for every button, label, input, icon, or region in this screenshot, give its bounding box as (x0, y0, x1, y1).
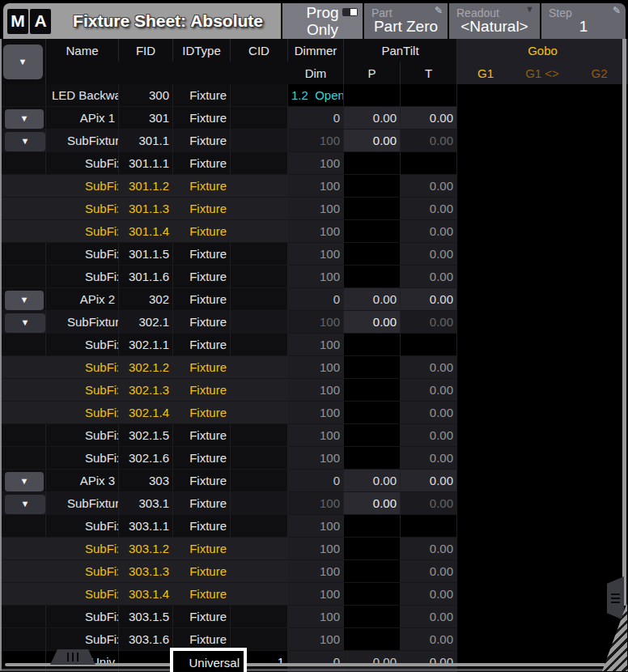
pan-cell[interactable] (344, 402, 401, 424)
idtype-cell[interactable]: Fixture (173, 424, 231, 447)
pan-cell[interactable] (344, 538, 401, 560)
horizontal-scrollbar-handle[interactable] (50, 649, 95, 665)
cid-cell[interactable] (231, 424, 288, 447)
table-row[interactable]: ▼SubFixture303.1Fixture1000.000.00 (0, 492, 628, 515)
table-row[interactable]: SubFixture302.1.6Fixture1000.00 (0, 447, 628, 470)
collapse-arrow-button[interactable]: ▼ (5, 313, 45, 333)
pan-cell[interactable] (344, 266, 401, 288)
column-header-fid[interactable]: FID (119, 39, 173, 62)
cid-cell[interactable] (231, 130, 288, 152)
cid-cell[interactable] (231, 538, 288, 560)
cid-cell[interactable] (231, 334, 288, 356)
table-row[interactable]: LED Backwall 1300Fixture1.2 Open (0, 84, 628, 107)
fid-cell[interactable]: 303.1.4 (119, 583, 173, 606)
dimmer-cell[interactable]: 100 (288, 424, 344, 447)
tilt-cell[interactable]: 0.00 (401, 266, 457, 288)
dimmer-cell[interactable]: 100 (288, 220, 344, 243)
cid-cell[interactable] (231, 492, 288, 515)
tilt-cell[interactable] (401, 84, 457, 107)
cid-cell[interactable] (231, 220, 288, 243)
fid-cell[interactable]: 301 (119, 107, 173, 130)
table-row[interactable]: SubFixture301.1.1Fixture100 (0, 152, 628, 175)
tilt-cell[interactable] (401, 515, 457, 538)
name-cell[interactable]: SubFixture (46, 538, 119, 560)
fid-cell[interactable]: 303.1.6 (119, 628, 173, 651)
idtype-cell[interactable]: Fixture (173, 84, 231, 107)
pan-cell[interactable] (344, 84, 401, 107)
name-cell[interactable]: SubFixture (46, 379, 119, 402)
tilt-cell[interactable]: 0.00 (401, 492, 457, 515)
name-cell[interactable]: APix 1 (46, 107, 119, 130)
column-header-gobo[interactable]: Gobo (457, 39, 628, 62)
dimmer-cell[interactable]: 0 (288, 288, 344, 311)
fid-cell[interactable]: 302.1.2 (119, 356, 173, 379)
tilt-cell[interactable]: 0.00 (401, 583, 457, 606)
table-row[interactable]: ▼APix 3303Fixture00.000.00 (0, 470, 628, 492)
tilt-cell[interactable]: 0.00 (401, 560, 457, 583)
table-row[interactable]: SubFixture301.1.2Fixture1000.00 (0, 175, 628, 198)
fid-cell[interactable]: 301.1.1 (119, 152, 173, 175)
pan-cell[interactable] (344, 628, 401, 651)
dimmer-cell[interactable]: 100 (288, 583, 344, 606)
pan-cell[interactable]: 0.00 (344, 492, 401, 515)
header-collapse-cell[interactable]: ▼ (0, 39, 46, 84)
pan-cell[interactable] (344, 424, 401, 447)
cid-cell[interactable] (231, 356, 288, 379)
cid-cell[interactable] (231, 606, 288, 628)
column-subheader-g2[interactable]: G2 (571, 62, 628, 84)
table-row[interactable]: SubFixture302.1.5Fixture1000.00 (0, 424, 628, 447)
tilt-cell[interactable]: 0.00 (401, 243, 457, 266)
dimmer-cell[interactable]: 100 (288, 152, 344, 175)
idtype-cell[interactable]: Fixture (173, 402, 231, 424)
table-row[interactable]: SubFixture303.1.6Fixture1000.00 (0, 628, 628, 651)
collapse-arrow-button[interactable]: ▼ (5, 472, 44, 491)
name-cell[interactable]: SubFixture (46, 492, 119, 515)
name-cell[interactable]: SubFixture (46, 266, 119, 288)
table-row[interactable]: SubFixture301.1.4Fixture1000.00 (0, 220, 628, 243)
dimmer-cell[interactable]: 100 (288, 266, 344, 288)
fid-cell[interactable]: 303.1 (119, 492, 173, 515)
name-cell[interactable]: SubFixture (46, 175, 119, 198)
dimmer-cell[interactable]: 100 (288, 356, 344, 379)
dimmer-cell[interactable]: 100 (288, 402, 344, 424)
cid-cell[interactable] (231, 152, 288, 175)
fid-cell[interactable]: 301.1.6 (119, 266, 173, 288)
cid-cell[interactable] (231, 447, 288, 470)
fid-cell[interactable]: 303.1.5 (119, 606, 173, 628)
universal-selected-cell[interactable]: Universal (170, 648, 247, 672)
idtype-cell[interactable]: Fixture (173, 538, 231, 560)
cid-cell[interactable] (231, 266, 288, 288)
cid-cell[interactable] (231, 198, 288, 220)
name-cell[interactable]: SubFixture (46, 220, 119, 243)
tilt-cell[interactable]: 0.00 (401, 356, 457, 379)
dimmer-cell[interactable]: 100 (288, 198, 344, 220)
table-row[interactable]: SubFixture302.1.2Fixture1000.00 (0, 356, 628, 379)
column-subheader-p[interactable]: P (344, 62, 401, 84)
pan-cell[interactable] (344, 220, 401, 243)
idtype-cell[interactable]: Fixture (173, 356, 231, 379)
name-cell[interactable]: APix 3 (46, 470, 119, 492)
name-cell[interactable]: SubFixture (46, 606, 119, 628)
table-row[interactable]: SubFixture303.1.3Fixture1000.00 (0, 560, 628, 583)
dimmer-cell[interactable]: 100 (288, 515, 344, 538)
idtype-cell[interactable]: Fixture (173, 152, 231, 175)
pan-cell[interactable] (344, 606, 401, 628)
idtype-cell[interactable]: Fixture (173, 243, 231, 266)
cid-cell[interactable] (231, 515, 288, 538)
table-row[interactable]: SubFixture303.1.1Fixture100 (0, 515, 628, 538)
dimmer-cell[interactable]: 0 (288, 107, 344, 130)
idtype-cell[interactable]: Fixture (173, 198, 231, 220)
name-cell[interactable]: SubFixture (46, 402, 119, 424)
pan-cell[interactable]: 0.00 (344, 288, 401, 311)
pan-cell[interactable]: 0.00 (344, 311, 401, 334)
vertical-scrollbar-handle[interactable] (607, 576, 624, 620)
tilt-cell[interactable]: 0.00 (401, 447, 457, 470)
pan-cell[interactable] (344, 583, 401, 606)
idtype-cell[interactable]: Fixture (173, 447, 231, 470)
name-cell[interactable]: SubFixture (46, 628, 119, 651)
pan-cell[interactable] (344, 515, 401, 538)
idtype-cell[interactable]: Fixture (173, 220, 231, 243)
tilt-cell[interactable] (401, 334, 457, 356)
tilt-cell[interactable]: 0.00 (401, 402, 457, 424)
idtype-cell[interactable]: Fixture (173, 334, 231, 356)
